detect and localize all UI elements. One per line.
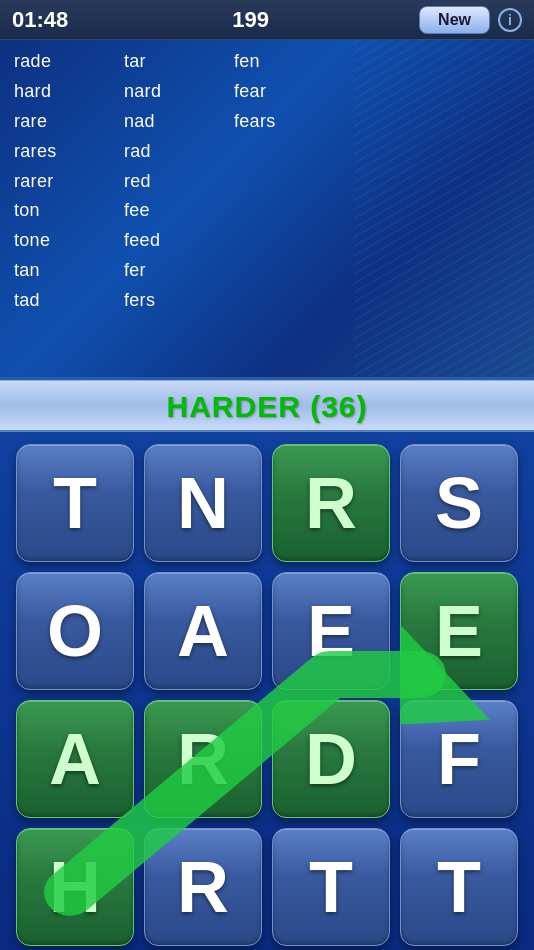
letter-tile-0-0[interactable]: T [16,444,134,562]
letter-tile-1-0[interactable]: O [16,572,134,690]
new-button[interactable]: New [419,6,490,34]
grid-container: TNRSOAEEARDFHRTT [0,432,534,950]
letter-tile-1-2[interactable]: E [272,572,390,690]
letter-char: N [177,467,229,539]
word-item: fee [124,197,234,225]
word-item: fear [234,78,344,106]
word-item: nard [124,78,234,106]
letter-char: R [177,851,229,923]
letter-char: F [437,723,481,795]
letter-tile-0-1[interactable]: N [144,444,262,562]
word-item: tad [14,287,124,315]
grid-row-1: OAEE [10,572,524,690]
word-item: ton [14,197,124,225]
letter-char: D [305,723,357,795]
letter-char: T [53,467,97,539]
letter-tile-0-2[interactable]: R [272,444,390,562]
timer-display: 01:48 [12,7,82,33]
letter-char: S [435,467,483,539]
letter-tile-0-3[interactable]: S [400,444,518,562]
word-item: fers [124,287,234,315]
letter-char: A [49,723,101,795]
grid-row-0: TNRS [10,444,524,562]
letter-tile-1-3[interactable]: E [400,572,518,690]
letter-char: E [435,595,483,667]
word-item: rare [14,108,124,136]
word-item: nad [124,108,234,136]
letter-tile-2-2[interactable]: D [272,700,390,818]
grid-row-3: HRTT [10,828,524,946]
word-item: hard [14,78,124,106]
letter-char: A [177,595,229,667]
letter-tile-2-0[interactable]: A [16,700,134,818]
letter-char: T [437,851,481,923]
harder-text: HARDER (36) [166,390,367,424]
letter-char: R [177,723,229,795]
word-column-2: tarnardnadradredfeefeedferfers [124,48,234,369]
letter-tile-3-3[interactable]: T [400,828,518,946]
top-right-controls: New i [419,6,522,34]
info-button[interactable]: i [498,8,522,32]
word-item: fer [124,257,234,285]
letter-tile-3-2[interactable]: T [272,828,390,946]
grid-row-2: ARDF [10,700,524,818]
word-item: fears [234,108,344,136]
word-item: tan [14,257,124,285]
word-item: tar [124,48,234,76]
top-bar: 01:48 199 New i [0,0,534,40]
letter-char: R [305,467,357,539]
letter-char: H [49,851,101,923]
letter-tile-1-1[interactable]: A [144,572,262,690]
letter-tile-2-1[interactable]: R [144,700,262,818]
word-item: fen [234,48,344,76]
word-list-area: radehardrareraresrarertontonetantad tarn… [0,40,534,380]
letter-tile-3-0[interactable]: H [16,828,134,946]
letter-char: O [47,595,103,667]
word-columns: radehardrareraresrarertontonetantad tarn… [14,48,520,369]
word-column-1: radehardrareraresrarertontonetantad [14,48,124,369]
word-item: red [124,168,234,196]
word-item: rarer [14,168,124,196]
word-item: rad [124,138,234,166]
score-display: 199 [232,7,269,33]
letter-grid: TNRSOAEEARDFHRTT [0,432,534,950]
letter-char: T [309,851,353,923]
word-item: rade [14,48,124,76]
word-item: tone [14,227,124,255]
word-item: rares [14,138,124,166]
letter-tile-2-3[interactable]: F [400,700,518,818]
word-column-3: fenfearfears [234,48,344,369]
letter-char: E [307,595,355,667]
letter-tile-3-1[interactable]: R [144,828,262,946]
harder-label: HARDER (36) [0,380,534,432]
word-item: feed [124,227,234,255]
